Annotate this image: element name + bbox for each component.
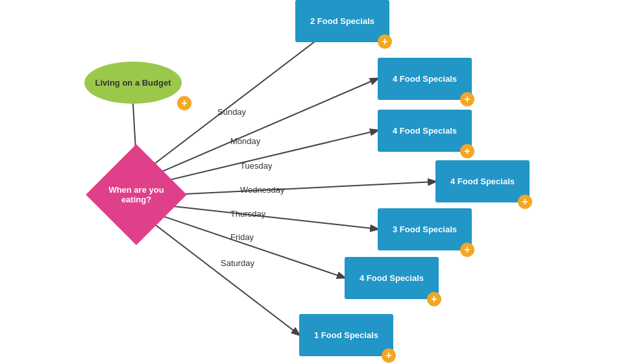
diamond-node[interactable]: When are you eating? <box>86 144 187 245</box>
day-label-friday: Friday <box>230 232 254 242</box>
box7-plus-button[interactable]: + <box>382 348 396 363</box>
box-4-food-specials-saturday[interactable]: 4 Food Specials <box>345 257 439 299</box>
diamond-label: When are you eating? <box>104 185 169 204</box>
box6-plus-button[interactable]: + <box>427 292 441 306</box>
box-4-food-specials-wednesday[interactable]: 4 Food Specials <box>435 160 530 202</box>
day-label-saturday: Saturday <box>221 258 254 268</box>
day-label-thursday: Thursday <box>230 209 265 219</box>
day-label-monday: Monday <box>230 136 260 146</box>
box-1-food-specials[interactable]: 1 Food Specials <box>299 314 393 356</box>
box4-plus-button[interactable]: + <box>518 195 532 209</box>
box3-plus-button[interactable]: + <box>460 144 474 158</box>
ellipse-plus-button[interactable]: + <box>177 96 191 110</box>
svg-line-2 <box>140 21 342 175</box>
day-label-tuesday: Tuesday <box>240 161 272 171</box>
box5-plus-button[interactable]: + <box>460 243 474 257</box>
box-4-food-specials-sunday[interactable]: 4 Food Specials <box>378 58 472 100</box>
svg-line-8 <box>140 213 299 335</box>
day-label-wednesday: Wednesday <box>240 185 284 195</box>
box2-plus-button[interactable]: + <box>460 92 474 106</box>
diagram-container: Living on a Budget + When are you eating… <box>0 0 623 364</box>
svg-line-5 <box>172 182 435 195</box>
box1-plus-button[interactable]: + <box>378 34 392 49</box>
ellipse-label: Living on a Budget <box>95 78 171 88</box>
living-on-budget-ellipse[interactable]: Living on a Budget <box>84 62 182 104</box>
box-2-food-specials[interactable]: 2 Food Specials <box>295 0 389 42</box>
box-4-food-specials-monday[interactable]: 4 Food Specials <box>378 110 472 152</box>
box-3-food-specials[interactable]: 3 Food Specials <box>378 208 472 250</box>
day-label-sunday: Sunday <box>217 107 246 117</box>
connections-svg <box>0 0 623 364</box>
